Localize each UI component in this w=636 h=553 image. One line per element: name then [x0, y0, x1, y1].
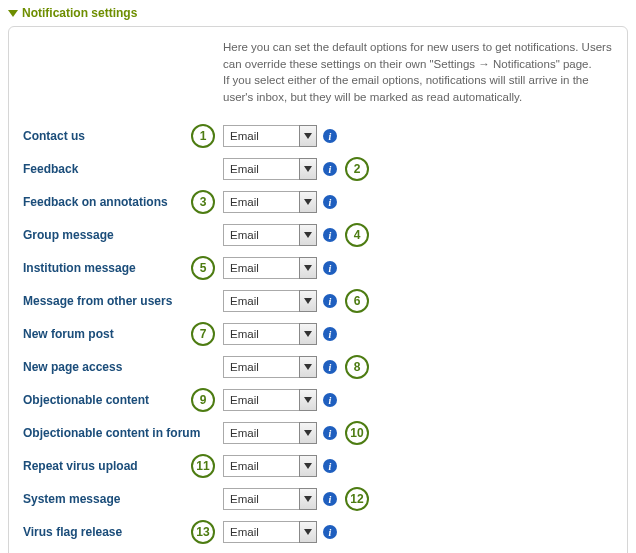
notification-select[interactable]: Email: [223, 455, 317, 477]
intro-line-2: If you select either of the email option…: [223, 74, 589, 103]
notification-select-wrap: Email: [223, 356, 317, 378]
annotation-badge: 7: [191, 322, 215, 346]
notification-select[interactable]: Email: [223, 389, 317, 411]
setting-field: 9Emaili: [223, 389, 337, 411]
info-icon[interactable]: i: [323, 393, 337, 407]
notification-select-wrap: Email: [223, 422, 317, 444]
setting-field: 5Emaili: [223, 257, 337, 279]
notification-select[interactable]: Email: [223, 290, 317, 312]
notification-select[interactable]: Email: [223, 422, 317, 444]
chevron-down-icon[interactable]: [8, 8, 18, 18]
annotation-badge: 5: [191, 256, 215, 280]
setting-label: System message: [23, 492, 223, 506]
info-icon[interactable]: i: [323, 459, 337, 473]
info-icon[interactable]: i: [323, 426, 337, 440]
annotation-badge: 3: [191, 190, 215, 214]
notification-select-wrap: Email: [223, 323, 317, 345]
annotation-badge: 9: [191, 388, 215, 412]
annotation-badge: 2: [345, 157, 369, 181]
setting-row: Repeat virus upload11Emaili: [23, 450, 613, 483]
info-icon[interactable]: i: [323, 294, 337, 308]
setting-row: System messageEmaili12: [23, 483, 613, 516]
notification-select[interactable]: Email: [223, 125, 317, 147]
annotation-badge: 8: [345, 355, 369, 379]
setting-row: Feedback on annotations3Emaili: [23, 186, 613, 219]
notification-select[interactable]: Email: [223, 521, 317, 543]
setting-label: Group message: [23, 228, 223, 242]
info-icon[interactable]: i: [323, 261, 337, 275]
notification-select-wrap: Email: [223, 191, 317, 213]
setting-row: Group messageEmaili4: [23, 219, 613, 252]
intro-text: Here you can set the default options for…: [223, 39, 613, 106]
notification-select[interactable]: Email: [223, 488, 317, 510]
intro-line-1: Here you can set the default options for…: [223, 41, 612, 70]
setting-row: Institution message5Emaili: [23, 252, 613, 285]
setting-label: Feedback: [23, 162, 223, 176]
notification-select-wrap: Email: [223, 455, 317, 477]
annotation-badge: 10: [345, 421, 369, 445]
info-icon[interactable]: i: [323, 162, 337, 176]
setting-field: 11Emaili: [223, 455, 337, 477]
settings-rows: Contact us1EmailiFeedbackEmaili2Feedback…: [23, 120, 613, 553]
notification-select-wrap: Email: [223, 158, 317, 180]
setting-row: Objectionable content in forumEmaili10: [23, 417, 613, 450]
annotation-badge: 1: [191, 124, 215, 148]
info-icon[interactable]: i: [323, 228, 337, 242]
setting-field: Emaili2: [223, 157, 369, 181]
annotation-badge: 4: [345, 223, 369, 247]
setting-field: Emaili4: [223, 223, 369, 247]
info-icon[interactable]: i: [323, 360, 337, 374]
setting-field: Emaili6: [223, 289, 369, 313]
setting-row: FeedbackEmaili2: [23, 153, 613, 186]
notification-select-wrap: Email: [223, 290, 317, 312]
annotation-badge: 11: [191, 454, 215, 478]
info-icon[interactable]: i: [323, 327, 337, 341]
notification-select-wrap: Email: [223, 125, 317, 147]
notification-select-wrap: Email: [223, 224, 317, 246]
setting-row: Contact us1Emaili: [23, 120, 613, 153]
setting-row: Objectionable content9Emaili: [23, 384, 613, 417]
setting-field: Emaili10: [223, 421, 369, 445]
setting-field: 3Emaili: [223, 191, 337, 213]
setting-field: 13Emaili: [223, 521, 337, 543]
annotation-badge: 6: [345, 289, 369, 313]
panel-body: Here you can set the default options for…: [8, 26, 628, 553]
setting-row: New forum post7Emaili: [23, 318, 613, 351]
notification-select-wrap: Email: [223, 521, 317, 543]
setting-field: Emaili12: [223, 487, 369, 511]
panel-title: Notification settings: [22, 6, 137, 20]
setting-label: Objectionable content in forum: [23, 426, 223, 440]
notification-select[interactable]: Email: [223, 356, 317, 378]
notification-select[interactable]: Email: [223, 191, 317, 213]
notification-select-wrap: Email: [223, 488, 317, 510]
info-icon[interactable]: i: [323, 195, 337, 209]
setting-label: Message from other users: [23, 294, 223, 308]
setting-label: New page access: [23, 360, 223, 374]
notification-select-wrap: Email: [223, 257, 317, 279]
setting-row: New page accessEmaili8: [23, 351, 613, 384]
annotation-badge: 12: [345, 487, 369, 511]
panel-header: Notification settings: [8, 6, 628, 20]
info-icon[interactable]: i: [323, 525, 337, 539]
setting-field: 1Emaili: [223, 125, 337, 147]
annotation-badge: 13: [191, 520, 215, 544]
notification-select[interactable]: Email: [223, 323, 317, 345]
notification-select[interactable]: Email: [223, 224, 317, 246]
setting-row: Message from other usersEmaili6: [23, 285, 613, 318]
notification-select[interactable]: Email: [223, 158, 317, 180]
setting-row: WatchlistEmaili14: [23, 549, 613, 553]
setting-row: Virus flag release13Emaili: [23, 516, 613, 549]
info-icon[interactable]: i: [323, 129, 337, 143]
svg-marker-0: [8, 10, 18, 17]
notification-select-wrap: Email: [223, 389, 317, 411]
info-icon[interactable]: i: [323, 492, 337, 506]
notification-select[interactable]: Email: [223, 257, 317, 279]
setting-field: Emaili8: [223, 355, 369, 379]
setting-field: 7Emaili: [223, 323, 337, 345]
